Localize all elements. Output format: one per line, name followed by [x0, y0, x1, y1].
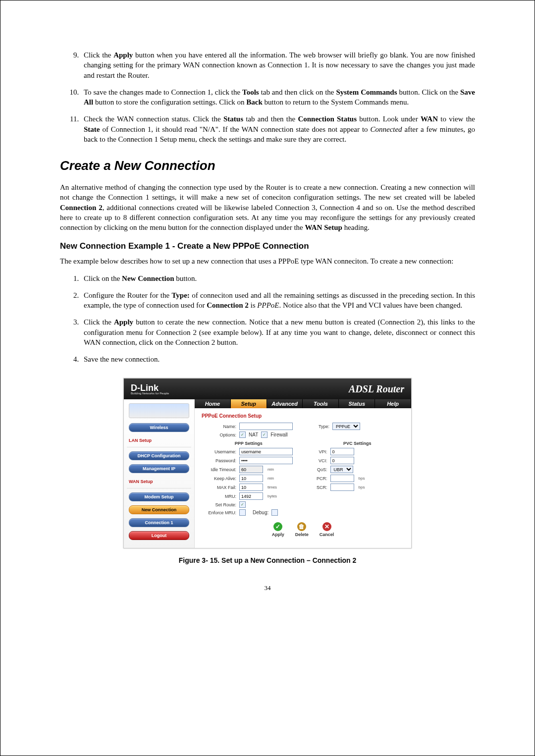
device-image: [129, 403, 189, 418]
tab-setup[interactable]: Setup: [231, 399, 267, 408]
password-input[interactable]: [239, 457, 293, 464]
section-heading: Create a New Connection: [60, 158, 475, 173]
router-tabs: Home Setup Advanced Tools Status Help: [195, 399, 411, 408]
tab-advanced[interactable]: Advanced: [267, 399, 303, 408]
sidebar-dhcp[interactable]: DHCP Configuration: [129, 451, 189, 460]
set-route-checkbox[interactable]: [239, 501, 246, 508]
sidebar-logout[interactable]: Logout: [129, 531, 189, 540]
firewall-checkbox[interactable]: [261, 432, 268, 438]
vci-input[interactable]: [330, 457, 354, 464]
name-input[interactable]: [239, 423, 293, 430]
step-b1: Click on the New Connection button.: [81, 273, 475, 283]
vpi-input[interactable]: [330, 448, 354, 455]
cancel-button[interactable]: ✕Cancel: [320, 522, 334, 537]
pane-title: PPPoE Connection Setup: [202, 413, 404, 419]
instruction-list-a: Click the Apply button when you have ent…: [60, 50, 475, 144]
scr-input[interactable]: [330, 484, 354, 491]
ppp-settings-title: PPP Settings: [202, 441, 296, 446]
subsection-heading: New Connection Example 1 - Create a New …: [60, 241, 475, 251]
step-b4: Save the new connection.: [81, 354, 475, 364]
trash-icon: 🗑: [297, 522, 306, 531]
instruction-list-b: Click on the New Connection button. Conf…: [60, 273, 475, 365]
router-title: ADSL Router: [349, 383, 404, 395]
sidebar-new-connection[interactable]: New Connection: [129, 505, 189, 514]
step-b3: Click the Apply button to cerate the new…: [81, 317, 475, 347]
tab-tools[interactable]: Tools: [303, 399, 339, 408]
nat-checkbox[interactable]: [239, 432, 246, 438]
page-number: 34: [60, 584, 475, 592]
example-intro: The example below describes how to set u…: [60, 256, 475, 266]
enforce-mru-checkbox[interactable]: [239, 509, 246, 516]
idle-timeout-input[interactable]: [239, 466, 263, 473]
sidebar-lan-header: LAN Setup: [127, 435, 191, 444]
debug-checkbox[interactable]: [271, 509, 278, 516]
pcr-input[interactable]: [330, 475, 354, 482]
type-label: Type:: [313, 424, 329, 429]
qos-select[interactable]: UBR: [330, 466, 353, 473]
router-main: Home Setup Advanced Tools Status Help PP…: [195, 399, 411, 548]
step-11: Check the WAN connection status. Click t…: [81, 114, 475, 144]
mru-input[interactable]: [239, 492, 263, 500]
username-input[interactable]: [239, 448, 293, 455]
sidebar-wireless[interactable]: Wireless: [129, 423, 189, 432]
step-b2: Configure the Router for the Type: of co…: [81, 290, 475, 311]
delete-button[interactable]: 🗑Delete: [295, 522, 309, 537]
x-icon: ✕: [322, 522, 331, 531]
options-label: Options:: [202, 432, 236, 437]
router-header: D-Link Building Networks for People ADSL…: [124, 378, 411, 399]
tab-help[interactable]: Help: [375, 399, 411, 408]
router-ui-screenshot: D-Link Building Networks for People ADSL…: [123, 378, 412, 548]
document-page: Click the Apply button when you have ent…: [0, 0, 535, 756]
firewall-label: Firewall: [270, 432, 287, 437]
sidebar-modem-setup[interactable]: Modem Setup: [129, 492, 189, 501]
action-buttons: ✓Apply 🗑Delete ✕Cancel: [202, 522, 404, 537]
nat-label: NAT: [249, 432, 258, 437]
sidebar-connection-1[interactable]: Connection 1: [129, 518, 189, 527]
step-10: To save the changes made to Connection 1…: [81, 87, 475, 108]
ppp-settings-column: PPP Settings Username: Password: Idle Ti…: [202, 441, 296, 517]
sidebar-wan-header: WAN Setup: [127, 476, 191, 485]
pvc-settings-column: PVC Settings VPI: VCI: QoS:UBR PCR:bps S…: [311, 441, 405, 517]
keep-alive-input[interactable]: [239, 475, 263, 482]
apply-button[interactable]: ✓Apply: [272, 522, 284, 537]
tab-home[interactable]: Home: [195, 399, 231, 408]
type-select[interactable]: PPPoE: [332, 423, 360, 430]
step-9: Click the Apply button when you have ent…: [81, 50, 475, 80]
intro-paragraph: An alternative method of changing the co…: [60, 182, 475, 232]
pvc-settings-title: PVC Settings: [311, 441, 405, 446]
figure-caption: Figure 3- 15. Set up a New Connection – …: [60, 556, 475, 564]
check-icon: ✓: [273, 522, 282, 531]
sidebar-mgmt-ip[interactable]: Management IP: [129, 464, 189, 473]
max-fail-input[interactable]: [239, 484, 263, 491]
tab-status[interactable]: Status: [339, 399, 375, 408]
router-logo: D-Link Building Networks for People: [131, 383, 169, 395]
name-label: Name:: [202, 424, 236, 429]
router-sidebar: Wireless LAN Setup DHCP Configuration Ma…: [124, 399, 195, 548]
